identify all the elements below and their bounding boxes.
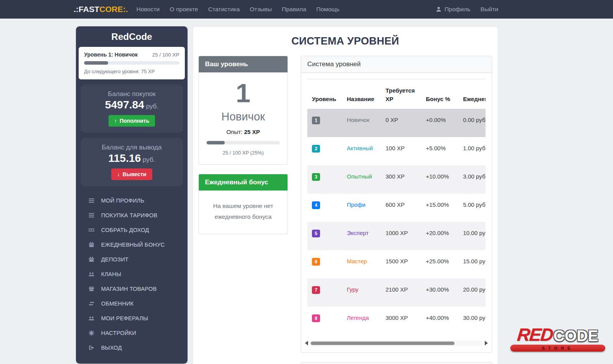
sidebar-menu: МОЙ ПРОФИЛЬПОКУПКА ТАРИФОВСОБРАТЬ ДОХОДЕ… <box>76 193 188 355</box>
purchase-balance-currency: руб. <box>146 103 158 110</box>
level-bonus-cell: +10.00% <box>421 165 458 194</box>
withdraw-balance-amount: 115.16 <box>108 152 141 164</box>
person-icon <box>436 6 442 12</box>
sidebar: RedCode Уровень 1: Новичок 25 / 100 XP Д… <box>76 26 188 364</box>
table-row: 4Профи600 XP+15.00%5.00 руб. <box>307 194 486 222</box>
level-daily-cell: 20.00 руб. <box>458 278 486 307</box>
next-section-card <box>301 362 492 364</box>
sidebar-item[interactable]: КЛАНЫ <box>76 267 188 282</box>
levels-table-card: Система уровней УровеньНазваниеТребуется… <box>301 56 492 353</box>
arrow-down-icon: ↓ <box>117 171 120 177</box>
level-name-link[interactable]: Новичок <box>347 117 369 123</box>
sidebar-title: RedCode <box>76 26 188 47</box>
level-daily-cell: 5.00 руб. <box>458 194 486 222</box>
level-name-link[interactable]: Гуру <box>347 286 358 293</box>
sidebar-item-label: НАСТРОЙКИ <box>101 330 136 336</box>
xp-progress-label: 25 / 100 XP (25%) <box>206 150 281 156</box>
level-badge: 1 <box>312 117 320 124</box>
sidebar-item-label: КЛАНЫ <box>101 271 121 277</box>
level-name-link[interactable]: Профи <box>347 201 365 208</box>
table-row: 2Активный100 XP+5.00%1.00 руб. <box>307 137 486 165</box>
site-logo[interactable]: .:FASTCORE:. <box>74 5 128 14</box>
nav-item[interactable]: Правила <box>282 6 306 13</box>
purchase-balance-amount: 5497.84 <box>105 99 144 111</box>
store-icon <box>88 285 95 292</box>
logo-red-text: RED <box>517 326 554 343</box>
level-name-link[interactable]: Активный <box>347 145 373 151</box>
sidebar-item-label: ОБМЕННИК <box>101 300 134 307</box>
gift-icon <box>88 241 95 248</box>
level-label: Уровень 1: Новичок <box>84 52 138 58</box>
nav-item[interactable]: Статистика <box>208 6 239 13</box>
gift-icon <box>88 256 95 263</box>
level-xp-cell: 100 XP <box>381 137 421 165</box>
logo-code-text: CODE <box>553 328 598 343</box>
withdraw-balance-currency: руб. <box>143 156 155 163</box>
level-badge: 6 <box>312 258 320 266</box>
level-name-link[interactable]: Легенда <box>347 314 369 321</box>
sidebar-item[interactable]: МОИ РЕФЕРАЛЫ <box>76 311 188 326</box>
sidebar-item-label: ДЕПОЗИТ <box>101 256 129 263</box>
level-xp-cell: 600 XP <box>381 194 421 222</box>
table-row: 1Новичок0 XP+0.00%0.00 руб. <box>307 109 486 137</box>
nav-item[interactable]: О проекте <box>170 6 198 13</box>
profile-link[interactable]: Профиль <box>436 6 470 13</box>
signout-icon <box>88 344 95 351</box>
arrow-up-icon: ↑ <box>114 118 117 124</box>
daily-bonus-header: Ежедневный бонус <box>199 174 288 191</box>
scrollbar-track[interactable] <box>310 340 483 346</box>
sidebar-item[interactable]: МАГАЗИН ТОВАРОВ <box>76 282 188 296</box>
nav-item[interactable]: Новости <box>136 6 160 13</box>
sidebar-item[interactable]: ВЫХОД <box>76 340 188 355</box>
topup-button[interactable]: ↑Пополнить <box>108 115 155 127</box>
sidebar-item[interactable]: МОЙ ПРОФИЛЬ <box>76 193 188 208</box>
sidebar-item[interactable]: СОБРАТЬ ДОХОД <box>76 223 188 237</box>
level-progress-fill <box>84 61 108 65</box>
level-daily-cell: 10.00 руб. <box>458 222 486 250</box>
sidebar-item-label: ПОКУПКА ТАРИФОВ <box>101 212 157 218</box>
list-icon <box>88 212 95 219</box>
scrollbar-thumb[interactable] <box>311 342 455 345</box>
daily-bonus-card: Ежедневный бонус На вашем уровне нет еже… <box>198 174 288 234</box>
navbar-links: НовостиО проектеСтатистикаОтзывыПравилаП… <box>136 6 339 13</box>
level-badge: 4 <box>312 201 320 209</box>
logo-store-text: STORE <box>542 346 574 350</box>
scroll-right-arrow[interactable] <box>485 341 488 345</box>
withdraw-balance-label: Баланс для вывода <box>84 144 179 151</box>
logout-link[interactable]: Выйти <box>480 6 498 13</box>
page-title: СИСТЕМА УРОВНЕЙ <box>198 35 492 47</box>
scroll-left-arrow[interactable] <box>305 341 308 345</box>
level-name-link[interactable]: Эксперт <box>347 230 368 236</box>
sidebar-item[interactable]: ПОКУПКА ТАРИФОВ <box>76 208 188 223</box>
sidebar-item[interactable]: ДЕПОЗИТ <box>76 252 188 267</box>
table-row: 5Эксперт1000 XP+20.00%10.00 руб. <box>307 222 486 250</box>
sidebar-item[interactable]: НАСТРОЙКИ <box>76 326 188 340</box>
level-name-link[interactable]: Опытный <box>347 173 372 180</box>
purchase-balance-card: Баланс покупок 5497.84 руб. ↑Пополнить <box>81 84 183 133</box>
purchase-balance-label: Баланс покупок <box>84 90 179 98</box>
xp-progress-fill <box>207 141 225 144</box>
level-badge: 7 <box>312 286 320 294</box>
levels-table-header: Система уровней <box>301 56 492 73</box>
level-progress-panel: Уровень 1: Новичок 25 / 100 XP До следую… <box>79 47 185 79</box>
level-bonus-cell: +30.00% <box>421 278 458 307</box>
level-daily-cell: 15.00 руб. <box>458 250 486 278</box>
level-daily-cell: 3.00 руб. <box>458 165 486 194</box>
levels-table: УровеньНазваниеТребуется XPБонус %Ежедне… <box>307 79 486 335</box>
top-navbar: .:FASTCORE:. НовостиО проектеСтатистикаО… <box>0 0 613 19</box>
sidebar-item[interactable]: ЕЖЕДНЕВНЫЙ БОНУС <box>76 237 188 252</box>
xp-label: Опыт: <box>226 129 243 135</box>
level-bonus-cell: +40.00% <box>421 307 458 335</box>
column-header: Название <box>342 79 381 109</box>
table-row: 6Мастер1500 XP+25.00%15.00 руб. <box>307 250 486 278</box>
sidebar-item[interactable]: ОБМЕННИК <box>76 296 188 311</box>
next-level-label: До следующего уровня: 75 XP <box>84 69 179 74</box>
nav-item[interactable]: Помощь <box>316 6 339 13</box>
level-name: Новичок <box>206 110 281 123</box>
list-icon <box>88 197 95 204</box>
level-name-link[interactable]: Мастер <box>347 258 367 264</box>
withdraw-button[interactable]: ↓Вывести <box>111 168 152 180</box>
your-level-card: Ваш уровень 1 Новичок Опыт: 25 XP 25 / 1… <box>198 56 288 165</box>
nav-item[interactable]: Отзывы <box>250 6 272 13</box>
gear-icon <box>88 330 95 337</box>
